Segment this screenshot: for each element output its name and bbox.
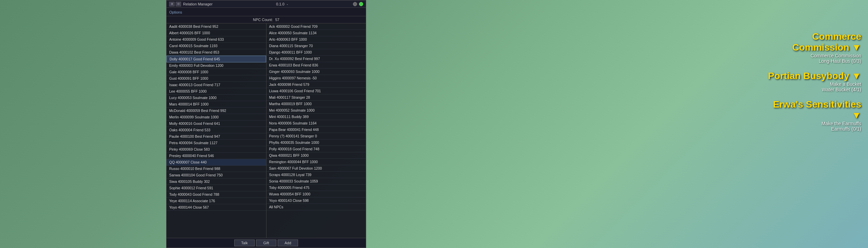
right-npc-item[interactable]: Django 4000011 BFF 1000 bbox=[267, 49, 366, 56]
left-npc-item[interactable]: Lucy 4000053 Soulmate 1000 bbox=[166, 95, 266, 101]
left-npc-item[interactable]: Dolly 4000017 Good Friend 645 bbox=[166, 56, 266, 62]
right-npc-item[interactable]: Phyllis 4000035 Soulmate 1000 bbox=[267, 139, 366, 146]
left-npc-item[interactable]: Oaks 4000004 Friend 533 bbox=[166, 127, 266, 133]
erwas-sensitivities-section: Erwa's Sensitivities ▼ Make the Earmuffs… bbox=[766, 99, 861, 132]
left-npc-item[interactable]: Mars 4000014 BFF 1000 bbox=[166, 101, 266, 108]
quest-panel: Commerce Commission ▼ Commerce Commissio… bbox=[760, 0, 868, 248]
talk-button[interactable]: Talk bbox=[234, 240, 255, 246]
left-npc-item[interactable]: Lee 4000055 BFF 1000 bbox=[166, 88, 266, 95]
left-npc-item[interactable]: Isaac 4000013 Good Friend 717 bbox=[166, 82, 266, 88]
right-npc-item[interactable]: Qiwa 4000021 BFF 1000 bbox=[267, 152, 366, 159]
maximize-button[interactable] bbox=[359, 2, 363, 6]
right-npc-item[interactable]: Jack 4000098 Friend 579 bbox=[267, 81, 366, 88]
left-npc-item[interactable]: Molly 4000016 Good Friend 641 bbox=[166, 120, 266, 127]
add-button[interactable]: Add bbox=[278, 240, 298, 246]
left-npc-item[interactable]: Carol 4000015 Soulmate 1193 bbox=[166, 43, 266, 49]
commerce-commission-subtitle: Commerce Commission bbox=[766, 53, 861, 58]
right-npc-item[interactable]: Mei 4000052 Soulmate 1000 bbox=[267, 107, 366, 114]
content-area: Aadit 4000038 Best Friend 952Albert 4000… bbox=[166, 23, 366, 238]
right-npc-item[interactable]: Arlo 4000063 BFF 1000 bbox=[267, 36, 366, 43]
window-title: Relation Manager bbox=[183, 2, 213, 6]
left-npc-item[interactable]: Dawa 4000102 Best Friend 853 bbox=[166, 49, 266, 56]
right-npc-item[interactable]: Mint 4000111 Buddy 389 bbox=[267, 114, 366, 120]
window-icon-1[interactable]: ⊞ bbox=[169, 2, 175, 6]
erwas-sensitivities-title[interactable]: Erwa's Sensitivities ▼ bbox=[766, 99, 861, 121]
right-npc-item[interactable]: Polly 4000018 Good Friend 748 bbox=[267, 146, 366, 152]
bottom-bar: Talk Gift Add bbox=[166, 238, 366, 248]
right-npc-item[interactable]: Sam 4000067 Full Devotion 1200 bbox=[267, 165, 366, 172]
right-npc-item[interactable]: Papa Bear 4000041 Friend 448 bbox=[267, 127, 366, 133]
left-npc-item[interactable]: Tody 4000043 Good Friend 788 bbox=[166, 191, 266, 198]
right-npc-item[interactable]: Liuwa 4000106 Good Friend 701 bbox=[267, 88, 366, 94]
right-npc-item[interactable]: Nora 4000006 Soulmate 1164 bbox=[267, 120, 366, 127]
portian-busybody-subtitle: Make a Bucket bbox=[768, 81, 861, 87]
left-npc-item[interactable]: Russo 4000010 Best Friend 988 bbox=[166, 166, 266, 172]
left-npc-item[interactable]: Sanwa 4000104 Good Friend 750 bbox=[166, 172, 266, 178]
left-npc-item[interactable]: Yoyo 4000144 Close 567 bbox=[166, 204, 266, 211]
commerce-commission-detail: Long-Haul Bus (0/3) bbox=[766, 58, 861, 64]
right-npc-item[interactable]: Remington 4000044 BFF 1000 bbox=[267, 159, 366, 165]
relation-manager-window: ⊞ ⊟ Relation Manager 0.1.0 - Options NPC… bbox=[166, 0, 366, 248]
portian-busybody-section: Portian Busybody ▼ Make a Bucket Water B… bbox=[768, 71, 861, 92]
left-npc-item[interactable]: Paulie 4000100 Best Friend 947 bbox=[166, 133, 266, 140]
right-npc-item[interactable]: Martha 4000019 BFF 1000 bbox=[267, 101, 366, 107]
erwas-sensitivities-subtitle: Make the Earmuffs bbox=[766, 121, 861, 126]
right-npc-item[interactable]: Erwa 4000103 Best Friend 836 bbox=[267, 62, 366, 69]
npc-count-value: 57 bbox=[275, 18, 279, 22]
left-npc-item[interactable]: Presley 4000040 Friend 546 bbox=[166, 153, 266, 159]
right-npc-item[interactable]: All NPCs bbox=[267, 204, 366, 210]
title-bar-icons: ⊞ ⊟ bbox=[169, 2, 181, 6]
right-npc-item[interactable]: Mali 4000117 Stranger 28 bbox=[267, 94, 366, 101]
portian-busybody-title[interactable]: Portian Busybody ▼ bbox=[768, 71, 861, 81]
left-column: Aadit 4000038 Best Friend 952Albert 4000… bbox=[166, 23, 267, 238]
left-npc-item[interactable]: Albert 4000026 BFF 1000 bbox=[166, 30, 266, 36]
left-npc-item[interactable]: Petra 4000094 Soulmate 1127 bbox=[166, 140, 266, 146]
right-npc-item[interactable]: Toby 4000005 Friend 475 bbox=[267, 185, 366, 191]
left-npc-item[interactable]: Merlin 4000099 Soulmate 1000 bbox=[166, 114, 266, 120]
left-npc-item[interactable]: Gust 4000091 BFF 1000 bbox=[166, 75, 266, 82]
left-npc-item[interactable]: Aadit 4000038 Best Friend 952 bbox=[166, 23, 266, 30]
title-bar-center: 0.1.0 - bbox=[276, 2, 289, 6]
game-background bbox=[0, 0, 868, 248]
left-npc-item[interactable]: Siwa 4000105 Buddy 302 bbox=[166, 178, 266, 185]
left-npc-item[interactable]: Antoine 4000009 Good Friend 633 bbox=[166, 36, 266, 43]
commerce-commission-section: Commerce Commission ▼ Commerce Commissio… bbox=[766, 31, 861, 64]
left-npc-item[interactable]: McDonald 4000059 Best Friend 992 bbox=[166, 108, 266, 114]
right-npc-item[interactable]: Higgins 4000097 Nemesis -50 bbox=[267, 75, 366, 81]
right-npc-item[interactable]: Penny (?) 4000141 Stranger 0 bbox=[267, 133, 366, 139]
right-npc-item[interactable]: Dr. Xu 4000092 Best Friend 997 bbox=[267, 56, 366, 62]
version-text: 0.1.0 bbox=[276, 2, 284, 6]
right-column: Ack 4000002 Good Friend 709Alice 4000050… bbox=[267, 23, 366, 238]
separator-text: - bbox=[287, 2, 288, 6]
right-npc-item[interactable]: Scraps 4000128 Loyal 739 bbox=[267, 172, 366, 178]
right-npc-item[interactable]: Ack 4000002 Good Friend 709 bbox=[267, 23, 366, 30]
commerce-commission-title[interactable]: Commerce Commission ▼ bbox=[766, 31, 861, 53]
left-npc-item[interactable]: Yeye 4000114 Associate 176 bbox=[166, 198, 266, 204]
erwas-sensitivities-detail: Earmuffs (0/1) bbox=[766, 126, 861, 132]
right-npc-item[interactable]: Sonia 4000033 Soulmate 1059 bbox=[267, 178, 366, 185]
right-npc-item[interactable]: Ginger 4000093 Soulmate 1000 bbox=[267, 69, 366, 75]
npc-count-label: NPC Count: bbox=[253, 18, 273, 22]
portian-busybody-detail: Water Bucket (4/1) bbox=[768, 87, 861, 92]
title-bar: ⊞ ⊟ Relation Manager 0.1.0 - bbox=[166, 0, 366, 8]
options-label[interactable]: Options bbox=[169, 10, 182, 14]
left-npc-item[interactable]: Pinky 4000069 Close 583 bbox=[166, 146, 266, 153]
left-npc-item[interactable]: QQ 4000007 Close 440 bbox=[166, 159, 266, 166]
right-npc-item[interactable]: Alice 4000050 Soulmate 1134 bbox=[267, 30, 366, 36]
left-npc-item[interactable]: Sophie 4000012 Friend 591 bbox=[166, 185, 266, 191]
minimize-button[interactable] bbox=[353, 2, 357, 6]
left-npc-item[interactable]: Gale 4000008 BFF 1000 bbox=[166, 69, 266, 75]
right-npc-item[interactable]: Wuwa 4000054 BFF 1000 bbox=[267, 191, 366, 197]
title-bar-left: ⊞ ⊟ Relation Manager bbox=[169, 2, 213, 6]
right-npc-item[interactable]: Yoyo 4000143 Close 598 bbox=[267, 197, 366, 204]
title-bar-right bbox=[353, 2, 363, 6]
right-npc-item[interactable]: Diana 4000115 Stranger 70 bbox=[267, 43, 366, 49]
gift-button[interactable]: Gift bbox=[256, 240, 276, 246]
options-bar: Options bbox=[166, 8, 366, 16]
left-npc-item[interactable]: Emily 4000003 Full Devotion 1200 bbox=[166, 62, 266, 69]
npc-count-bar: NPC Count: 57 bbox=[166, 16, 366, 23]
window-icon-2[interactable]: ⊟ bbox=[176, 2, 181, 6]
